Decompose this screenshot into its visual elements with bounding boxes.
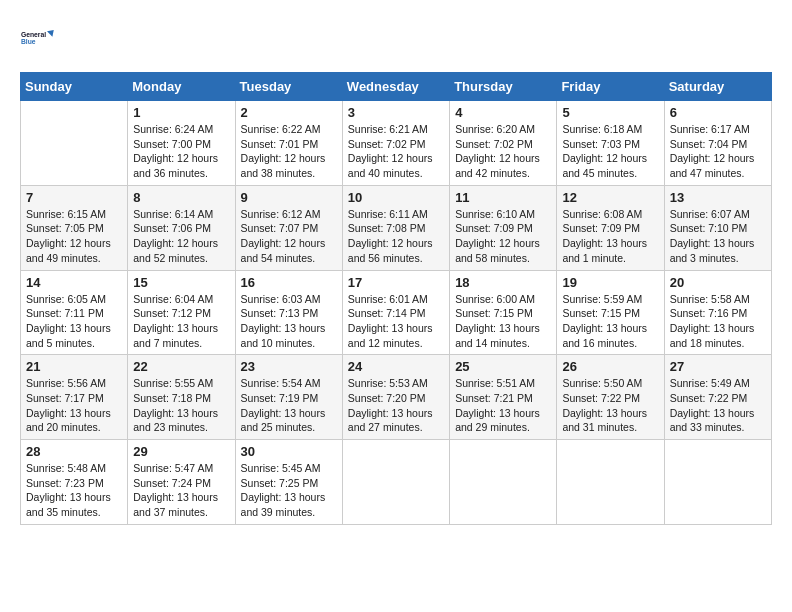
day-number: 28: [26, 444, 122, 459]
calendar-week-5: 28Sunrise: 5:48 AM Sunset: 7:23 PM Dayli…: [21, 440, 772, 525]
calendar-day: [664, 440, 771, 525]
calendar-day: 8Sunrise: 6:14 AM Sunset: 7:06 PM Daylig…: [128, 185, 235, 270]
day-info: Sunrise: 6:17 AM Sunset: 7:04 PM Dayligh…: [670, 122, 766, 181]
calendar-week-1: 1Sunrise: 6:24 AM Sunset: 7:00 PM Daylig…: [21, 101, 772, 186]
day-info: Sunrise: 6:08 AM Sunset: 7:09 PM Dayligh…: [562, 207, 658, 266]
calendar-day: [450, 440, 557, 525]
calendar-day: 4Sunrise: 6:20 AM Sunset: 7:02 PM Daylig…: [450, 101, 557, 186]
day-info: Sunrise: 6:18 AM Sunset: 7:03 PM Dayligh…: [562, 122, 658, 181]
col-header-wednesday: Wednesday: [342, 73, 449, 101]
day-number: 16: [241, 275, 337, 290]
calendar-day: 20Sunrise: 5:58 AM Sunset: 7:16 PM Dayli…: [664, 270, 771, 355]
day-number: 10: [348, 190, 444, 205]
day-info: Sunrise: 6:14 AM Sunset: 7:06 PM Dayligh…: [133, 207, 229, 266]
calendar-day: 23Sunrise: 5:54 AM Sunset: 7:19 PM Dayli…: [235, 355, 342, 440]
logo: GeneralBlue: [20, 20, 56, 56]
calendar-day: 30Sunrise: 5:45 AM Sunset: 7:25 PM Dayli…: [235, 440, 342, 525]
calendar-day: [21, 101, 128, 186]
day-number: 5: [562, 105, 658, 120]
day-number: 26: [562, 359, 658, 374]
calendar-week-3: 14Sunrise: 6:05 AM Sunset: 7:11 PM Dayli…: [21, 270, 772, 355]
col-header-thursday: Thursday: [450, 73, 557, 101]
day-info: Sunrise: 5:50 AM Sunset: 7:22 PM Dayligh…: [562, 376, 658, 435]
day-info: Sunrise: 6:03 AM Sunset: 7:13 PM Dayligh…: [241, 292, 337, 351]
calendar-day: 16Sunrise: 6:03 AM Sunset: 7:13 PM Dayli…: [235, 270, 342, 355]
calendar-day: 12Sunrise: 6:08 AM Sunset: 7:09 PM Dayli…: [557, 185, 664, 270]
day-number: 19: [562, 275, 658, 290]
col-header-sunday: Sunday: [21, 73, 128, 101]
day-number: 2: [241, 105, 337, 120]
day-info: Sunrise: 5:47 AM Sunset: 7:24 PM Dayligh…: [133, 461, 229, 520]
day-number: 24: [348, 359, 444, 374]
day-info: Sunrise: 5:51 AM Sunset: 7:21 PM Dayligh…: [455, 376, 551, 435]
page-header: GeneralBlue: [20, 20, 772, 56]
calendar-day: 9Sunrise: 6:12 AM Sunset: 7:07 PM Daylig…: [235, 185, 342, 270]
day-info: Sunrise: 5:56 AM Sunset: 7:17 PM Dayligh…: [26, 376, 122, 435]
day-number: 17: [348, 275, 444, 290]
day-info: Sunrise: 6:01 AM Sunset: 7:14 PM Dayligh…: [348, 292, 444, 351]
day-info: Sunrise: 5:48 AM Sunset: 7:23 PM Dayligh…: [26, 461, 122, 520]
col-header-monday: Monday: [128, 73, 235, 101]
calendar-day: 7Sunrise: 6:15 AM Sunset: 7:05 PM Daylig…: [21, 185, 128, 270]
day-number: 7: [26, 190, 122, 205]
day-info: Sunrise: 5:49 AM Sunset: 7:22 PM Dayligh…: [670, 376, 766, 435]
day-info: Sunrise: 5:59 AM Sunset: 7:15 PM Dayligh…: [562, 292, 658, 351]
day-info: Sunrise: 5:45 AM Sunset: 7:25 PM Dayligh…: [241, 461, 337, 520]
calendar-day: 18Sunrise: 6:00 AM Sunset: 7:15 PM Dayli…: [450, 270, 557, 355]
calendar-day: 1Sunrise: 6:24 AM Sunset: 7:00 PM Daylig…: [128, 101, 235, 186]
day-info: Sunrise: 6:24 AM Sunset: 7:00 PM Dayligh…: [133, 122, 229, 181]
calendar-day: 5Sunrise: 6:18 AM Sunset: 7:03 PM Daylig…: [557, 101, 664, 186]
day-number: 12: [562, 190, 658, 205]
day-info: Sunrise: 6:12 AM Sunset: 7:07 PM Dayligh…: [241, 207, 337, 266]
calendar-day: 28Sunrise: 5:48 AM Sunset: 7:23 PM Dayli…: [21, 440, 128, 525]
day-number: 25: [455, 359, 551, 374]
calendar-table: SundayMondayTuesdayWednesdayThursdayFrid…: [20, 72, 772, 525]
day-number: 11: [455, 190, 551, 205]
calendar-day: 3Sunrise: 6:21 AM Sunset: 7:02 PM Daylig…: [342, 101, 449, 186]
calendar-day: [557, 440, 664, 525]
day-number: 27: [670, 359, 766, 374]
calendar-week-2: 7Sunrise: 6:15 AM Sunset: 7:05 PM Daylig…: [21, 185, 772, 270]
calendar-day: [342, 440, 449, 525]
day-number: 21: [26, 359, 122, 374]
calendar-day: 25Sunrise: 5:51 AM Sunset: 7:21 PM Dayli…: [450, 355, 557, 440]
day-number: 6: [670, 105, 766, 120]
day-number: 29: [133, 444, 229, 459]
calendar-day: 6Sunrise: 6:17 AM Sunset: 7:04 PM Daylig…: [664, 101, 771, 186]
calendar-day: 22Sunrise: 5:55 AM Sunset: 7:18 PM Dayli…: [128, 355, 235, 440]
day-number: 14: [26, 275, 122, 290]
day-number: 8: [133, 190, 229, 205]
day-info: Sunrise: 6:10 AM Sunset: 7:09 PM Dayligh…: [455, 207, 551, 266]
day-info: Sunrise: 6:22 AM Sunset: 7:01 PM Dayligh…: [241, 122, 337, 181]
calendar-day: 10Sunrise: 6:11 AM Sunset: 7:08 PM Dayli…: [342, 185, 449, 270]
calendar-day: 21Sunrise: 5:56 AM Sunset: 7:17 PM Dayli…: [21, 355, 128, 440]
svg-text:General: General: [21, 31, 46, 38]
calendar-day: 24Sunrise: 5:53 AM Sunset: 7:20 PM Dayli…: [342, 355, 449, 440]
calendar-week-4: 21Sunrise: 5:56 AM Sunset: 7:17 PM Dayli…: [21, 355, 772, 440]
logo-icon: GeneralBlue: [20, 20, 56, 56]
svg-marker-2: [47, 30, 54, 37]
calendar-day: 14Sunrise: 6:05 AM Sunset: 7:11 PM Dayli…: [21, 270, 128, 355]
day-info: Sunrise: 6:20 AM Sunset: 7:02 PM Dayligh…: [455, 122, 551, 181]
day-number: 1: [133, 105, 229, 120]
calendar-day: 2Sunrise: 6:22 AM Sunset: 7:01 PM Daylig…: [235, 101, 342, 186]
day-info: Sunrise: 5:58 AM Sunset: 7:16 PM Dayligh…: [670, 292, 766, 351]
day-number: 15: [133, 275, 229, 290]
day-number: 18: [455, 275, 551, 290]
day-number: 30: [241, 444, 337, 459]
col-header-tuesday: Tuesday: [235, 73, 342, 101]
day-number: 3: [348, 105, 444, 120]
calendar-day: 29Sunrise: 5:47 AM Sunset: 7:24 PM Dayli…: [128, 440, 235, 525]
day-info: Sunrise: 6:00 AM Sunset: 7:15 PM Dayligh…: [455, 292, 551, 351]
day-number: 4: [455, 105, 551, 120]
calendar-day: 17Sunrise: 6:01 AM Sunset: 7:14 PM Dayli…: [342, 270, 449, 355]
day-number: 9: [241, 190, 337, 205]
day-info: Sunrise: 6:04 AM Sunset: 7:12 PM Dayligh…: [133, 292, 229, 351]
day-info: Sunrise: 6:05 AM Sunset: 7:11 PM Dayligh…: [26, 292, 122, 351]
calendar-day: 13Sunrise: 6:07 AM Sunset: 7:10 PM Dayli…: [664, 185, 771, 270]
day-info: Sunrise: 6:21 AM Sunset: 7:02 PM Dayligh…: [348, 122, 444, 181]
day-info: Sunrise: 5:55 AM Sunset: 7:18 PM Dayligh…: [133, 376, 229, 435]
calendar-day: 27Sunrise: 5:49 AM Sunset: 7:22 PM Dayli…: [664, 355, 771, 440]
day-info: Sunrise: 6:15 AM Sunset: 7:05 PM Dayligh…: [26, 207, 122, 266]
calendar-day: 11Sunrise: 6:10 AM Sunset: 7:09 PM Dayli…: [450, 185, 557, 270]
